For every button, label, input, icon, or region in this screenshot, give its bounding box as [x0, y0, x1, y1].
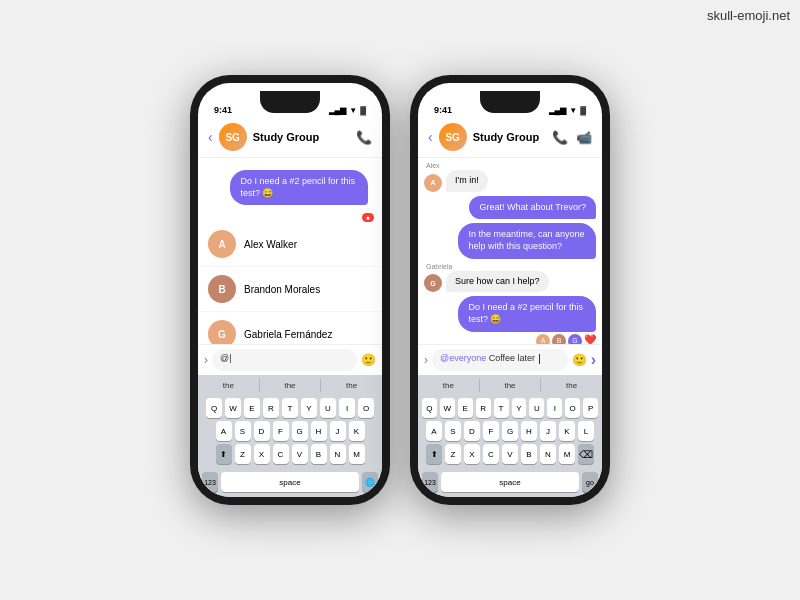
bubble-sent-1: Great! What about Trevor? — [469, 196, 596, 220]
video-icon-right[interactable]: 📹 — [576, 130, 592, 145]
back-button-right[interactable]: ‹ — [428, 129, 433, 145]
key-K[interactable]: K — [349, 421, 365, 441]
input-field-right[interactable]: @everyone Coffee later — [432, 349, 568, 371]
key-rI[interactable]: I — [547, 398, 562, 418]
key-rN[interactable]: N — [540, 444, 556, 464]
key-rQ[interactable]: Q — [422, 398, 437, 418]
key-N[interactable]: N — [330, 444, 346, 464]
key-rO[interactable]: O — [565, 398, 580, 418]
key-J[interactable]: J — [330, 421, 346, 441]
key-M[interactable]: M — [349, 444, 365, 464]
key-row-1-right: Q W E R T Y U I O P — [422, 398, 598, 418]
emoji-btn-left[interactable]: 🙂 — [361, 353, 376, 367]
suggestion-r1[interactable]: the — [418, 379, 480, 392]
key-go-right[interactable]: go — [582, 472, 598, 492]
keyboard-right[interactable]: the the the Q W E R T Y U I O P — [418, 375, 602, 497]
key-space-right[interactable]: space — [441, 472, 579, 492]
key-rZ[interactable]: Z — [445, 444, 461, 464]
key-rM[interactable]: M — [559, 444, 575, 464]
key-space-left[interactable]: space — [221, 472, 359, 492]
key-rX[interactable]: X — [464, 444, 480, 464]
phone-icon-left[interactable]: 📞 — [356, 130, 372, 145]
key-R[interactable]: R — [263, 398, 279, 418]
signal-icon: ▂▄▆ — [329, 106, 347, 115]
suggestion-r3[interactable]: the — [541, 379, 602, 392]
key-123-left[interactable]: 123 — [202, 472, 218, 492]
keyboard-rows-right[interactable]: Q W E R T Y U I O P A S D — [418, 396, 602, 469]
key-rU[interactable]: U — [529, 398, 544, 418]
key-Z[interactable]: Z — [235, 444, 251, 464]
key-X[interactable]: X — [254, 444, 270, 464]
key-A[interactable]: A — [216, 421, 232, 441]
suggestion-3[interactable]: the — [321, 379, 382, 392]
reaction-avatar-1: A — [536, 334, 550, 344]
mention-item-brandon[interactable]: B Brandon Morales — [198, 267, 382, 312]
key-V[interactable]: V — [292, 444, 308, 464]
key-F[interactable]: F — [273, 421, 289, 441]
unread-badge: ● — [362, 213, 374, 222]
name-brandon: Brandon Morales — [244, 284, 320, 295]
key-delete-right[interactable]: ⌫ — [578, 444, 594, 464]
key-W[interactable]: W — [225, 398, 241, 418]
key-rV[interactable]: V — [502, 444, 518, 464]
key-rK[interactable]: K — [559, 421, 575, 441]
key-rB[interactable]: B — [521, 444, 537, 464]
key-rL[interactable]: L — [578, 421, 594, 441]
key-rA[interactable]: A — [426, 421, 442, 441]
key-rJ[interactable]: J — [540, 421, 556, 441]
key-E[interactable]: E — [244, 398, 260, 418]
back-button-left[interactable]: ‹ — [208, 129, 213, 145]
avatar-alex: A — [208, 230, 236, 258]
mention-item-alex[interactable]: A Alex Walker — [198, 222, 382, 267]
phone-icon-right[interactable]: 📞 — [552, 130, 568, 145]
key-rH[interactable]: H — [521, 421, 537, 441]
key-U[interactable]: U — [320, 398, 336, 418]
key-I[interactable]: I — [339, 398, 355, 418]
key-D[interactable]: D — [254, 421, 270, 441]
key-shift-right[interactable]: ⬆ — [426, 444, 442, 464]
chat-content-right: Alex A I'm in! Great! What about Trevor?… — [418, 158, 602, 344]
input-area-left[interactable]: › @| 🙂 — [198, 344, 382, 375]
key-emoji-left[interactable]: 🌐 — [362, 472, 378, 492]
key-123-right[interactable]: 123 — [422, 472, 438, 492]
key-rF[interactable]: F — [483, 421, 499, 441]
key-rT[interactable]: T — [494, 398, 509, 418]
suggestion-r2[interactable]: the — [480, 379, 542, 392]
input-area-right[interactable]: › @everyone Coffee later 🙂 › — [418, 344, 602, 375]
avatar-alex-chat: A — [424, 174, 442, 192]
reactions-area: A B G ❤️ — [424, 334, 596, 344]
bubble-row-sent-1: Great! What about Trevor? — [424, 196, 596, 220]
key-rY[interactable]: Y — [512, 398, 527, 418]
key-B[interactable]: B — [311, 444, 327, 464]
send-btn-right[interactable]: › — [591, 351, 596, 369]
input-arrow-right: › — [424, 353, 428, 367]
key-rR[interactable]: R — [476, 398, 491, 418]
key-rC[interactable]: C — [483, 444, 499, 464]
mention-item-gabriela[interactable]: G Gabriela Fernández — [198, 312, 382, 344]
bubble-sent-2: In the meantime, can anyone help with th… — [458, 223, 596, 258]
key-Y[interactable]: Y — [301, 398, 317, 418]
key-rW[interactable]: W — [440, 398, 455, 418]
emoji-btn-right[interactable]: 🙂 — [572, 353, 587, 367]
key-O[interactable]: O — [358, 398, 374, 418]
key-rE[interactable]: E — [458, 398, 473, 418]
key-S[interactable]: S — [235, 421, 251, 441]
key-rD[interactable]: D — [464, 421, 480, 441]
key-G[interactable]: G — [292, 421, 308, 441]
mention-list[interactable]: A Alex Walker B Brandon Morales G Gabrie… — [198, 222, 382, 344]
keyboard-rows-left[interactable]: Q W E R T Y U I O A S D F — [198, 396, 382, 469]
key-rP[interactable]: P — [583, 398, 598, 418]
keyboard-left[interactable]: the the the Q W E R T Y U I O — [198, 375, 382, 497]
key-C[interactable]: C — [273, 444, 289, 464]
suggestion-1[interactable]: the — [198, 379, 260, 392]
key-H[interactable]: H — [311, 421, 327, 441]
input-field-left[interactable]: @| — [212, 349, 357, 371]
suggestions-left: the the the — [198, 375, 382, 396]
left-phone-screen: 9:41 ▂▄▆ ▼ ▓ ‹ SG Study Group 📞 Do I nee… — [198, 83, 382, 497]
key-rG[interactable]: G — [502, 421, 518, 441]
key-Q[interactable]: Q — [206, 398, 222, 418]
key-shift-left[interactable]: ⬆ — [216, 444, 232, 464]
key-rS[interactable]: S — [445, 421, 461, 441]
key-T[interactable]: T — [282, 398, 298, 418]
suggestion-2[interactable]: the — [260, 379, 322, 392]
